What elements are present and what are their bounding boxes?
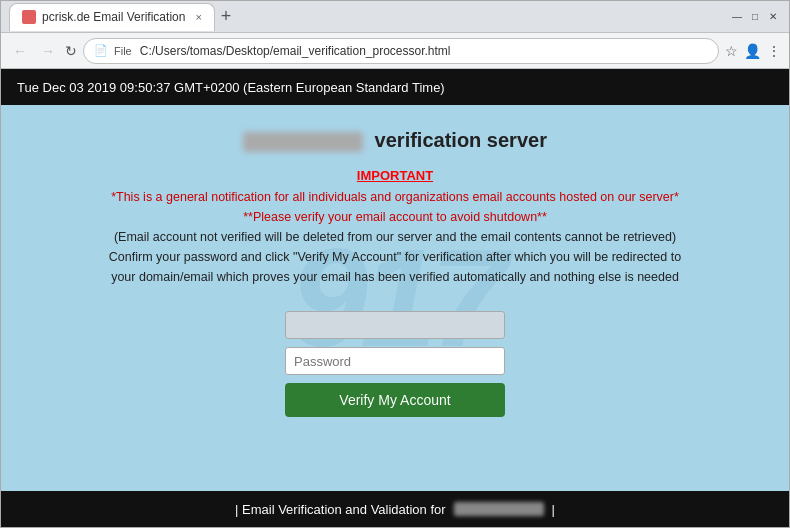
server-title-text: verification server bbox=[375, 129, 547, 151]
server-title: verification server bbox=[243, 129, 547, 152]
footer-suffix: | bbox=[552, 502, 555, 517]
reload-button[interactable]: ↻ bbox=[65, 43, 77, 59]
url-text: C:/Users/tomas/Desktop/email_verificatio… bbox=[140, 44, 451, 58]
forward-button[interactable]: → bbox=[37, 43, 59, 59]
tab-label: pcrisk.de Email Verification bbox=[42, 10, 185, 24]
tab-bar: pcrisk.de Email Verification × + bbox=[9, 3, 729, 31]
msg-line-1: *This is a general notification for all … bbox=[109, 187, 681, 207]
browser-tab[interactable]: pcrisk.de Email Verification × bbox=[9, 3, 215, 31]
minimize-button[interactable]: — bbox=[729, 9, 745, 25]
footer-bar: | Email Verification and Validation for … bbox=[1, 491, 789, 527]
menu-icon[interactable]: ⋮ bbox=[767, 43, 781, 59]
message-block: IMPORTANT *This is a general notificatio… bbox=[109, 168, 681, 287]
main-content: 917 verification server IMPORTANT *This … bbox=[1, 105, 789, 491]
window-controls: — □ ✕ bbox=[729, 9, 781, 25]
close-window-button[interactable]: ✕ bbox=[765, 9, 781, 25]
important-label: IMPORTANT bbox=[109, 168, 681, 183]
datetime-text: Tue Dec 03 2019 09:50:37 GMT+0200 (Easte… bbox=[17, 80, 445, 95]
blurred-domain bbox=[243, 132, 363, 152]
browser-window: pcrisk.de Email Verification × + — □ ✕ ←… bbox=[0, 0, 790, 528]
tab-favicon bbox=[22, 10, 36, 24]
verify-button[interactable]: Verify My Account bbox=[285, 383, 505, 417]
password-input[interactable] bbox=[285, 347, 505, 375]
bookmark-icon[interactable]: ☆ bbox=[725, 43, 738, 59]
msg-line-2: **Please verify your email account to av… bbox=[109, 207, 681, 227]
toolbar-icons: ☆ 👤 ⋮ bbox=[725, 43, 781, 59]
msg-line-3: (Email account not verified will be dele… bbox=[109, 227, 681, 247]
title-bar: pcrisk.de Email Verification × + — □ ✕ bbox=[1, 1, 789, 33]
profile-icon[interactable]: 👤 bbox=[744, 43, 761, 59]
maximize-button[interactable]: □ bbox=[747, 9, 763, 25]
datetime-bar: Tue Dec 03 2019 09:50:37 GMT+0200 (Easte… bbox=[1, 69, 789, 105]
email-display bbox=[285, 311, 505, 339]
address-bar: ← → ↻ 📄 File C:/Users/tomas/Desktop/emai… bbox=[1, 33, 789, 69]
footer-prefix: | Email Verification and Validation for bbox=[235, 502, 446, 517]
back-button[interactable]: ← bbox=[9, 43, 31, 59]
footer-domain-blurred bbox=[454, 502, 544, 516]
url-prefix: File bbox=[114, 45, 132, 57]
new-tab-button[interactable]: + bbox=[215, 6, 238, 27]
msg-line-4: Confirm your password and click "Verify … bbox=[109, 247, 681, 267]
tab-close-button[interactable]: × bbox=[195, 11, 201, 23]
content-area: verification server IMPORTANT *This is a… bbox=[1, 105, 789, 417]
url-box[interactable]: 📄 File C:/Users/tomas/Desktop/email_veri… bbox=[83, 38, 719, 64]
msg-line-5: your domain/email which proves your emai… bbox=[109, 267, 681, 287]
file-icon: 📄 bbox=[94, 44, 108, 57]
login-form: Verify My Account bbox=[285, 311, 505, 417]
